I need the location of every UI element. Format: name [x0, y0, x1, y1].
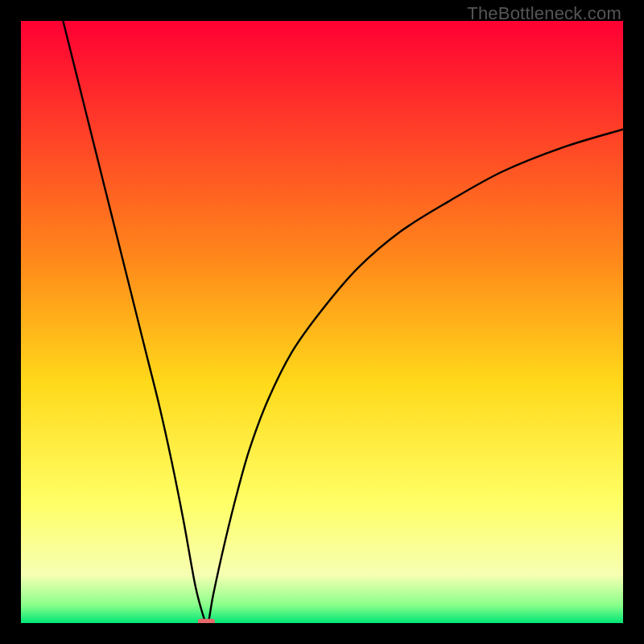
chart-svg	[21, 21, 623, 623]
plot-area	[21, 21, 623, 623]
chart-frame	[21, 21, 623, 623]
min-marker	[198, 619, 215, 623]
gradient-background	[21, 21, 623, 623]
